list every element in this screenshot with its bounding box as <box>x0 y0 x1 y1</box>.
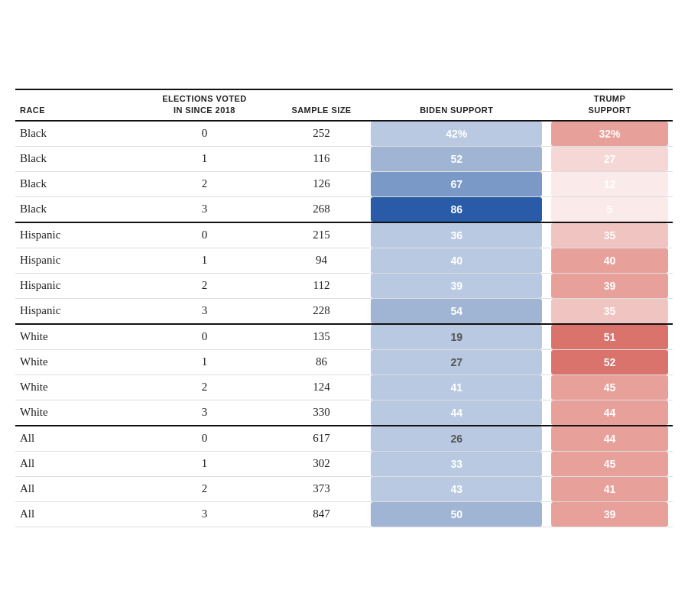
cell-biden: 40 <box>366 248 547 273</box>
table-row: White21244145 <box>15 374 673 400</box>
biden-value: 26 <box>450 433 462 445</box>
cell-elections: 2 <box>132 476 276 501</box>
cell-sample: 215 <box>277 222 367 248</box>
cell-biden: 26 <box>366 426 547 452</box>
cell-sample: 373 <box>277 476 367 501</box>
trump-value: 51 <box>604 331 616 343</box>
table-row: Hispanic02153635 <box>15 222 673 248</box>
trump-value: 45 <box>604 458 616 470</box>
trump-value: 39 <box>604 280 616 292</box>
cell-elections: 2 <box>132 374 276 400</box>
table-row: Black3268865 <box>15 196 673 222</box>
cell-elections: 0 <box>132 222 276 248</box>
trump-value: 45 <box>604 381 616 394</box>
cell-trump: 27 <box>547 146 673 171</box>
table-wrapper: RACE ELECTIONS VOTED IN SINCE 2018 SAMPL… <box>15 89 673 527</box>
cell-trump: 39 <box>547 501 673 527</box>
cell-trump: 35 <box>547 222 673 248</box>
cell-race: Hispanic <box>15 248 132 273</box>
cell-sample: 302 <box>277 451 367 476</box>
cell-biden: 50 <box>366 501 547 527</box>
cell-elections: 0 <box>132 426 276 452</box>
table-row: Black21266712 <box>15 171 673 196</box>
cell-trump: 41 <box>547 476 673 501</box>
cell-elections: 1 <box>132 349 276 374</box>
cell-race: All <box>15 426 132 452</box>
trump-value: 39 <box>604 508 616 520</box>
cell-sample: 228 <box>277 298 367 324</box>
cell-race: White <box>15 374 132 400</box>
cell-sample: 94 <box>277 248 367 273</box>
biden-value: 50 <box>450 508 462 520</box>
table-row: Black025242%32% <box>15 121 673 147</box>
cell-elections: 0 <box>132 324 276 350</box>
biden-value: 54 <box>450 305 462 317</box>
table-row: Hispanic32285435 <box>15 298 673 324</box>
cell-elections: 0 <box>132 121 276 147</box>
table-header-row: RACE ELECTIONS VOTED IN SINCE 2018 SAMPL… <box>15 89 673 121</box>
biden-value: 42% <box>446 128 467 140</box>
biden-value: 33 <box>450 458 462 470</box>
cell-biden: 27 <box>366 349 547 374</box>
cell-sample: 86 <box>277 349 367 374</box>
cell-biden: 19 <box>366 324 547 350</box>
header-elections: ELECTIONS VOTED IN SINCE 2018 <box>132 89 276 121</box>
table-row: White01351951 <box>15 324 673 350</box>
cell-sample: 124 <box>277 374 367 400</box>
biden-value: 52 <box>450 153 462 165</box>
cell-biden: 39 <box>366 273 547 298</box>
trump-value: 44 <box>604 433 616 445</box>
cell-sample: 116 <box>277 146 367 171</box>
trump-value: 35 <box>604 305 616 317</box>
cell-elections: 1 <box>132 451 276 476</box>
table-body: Black025242%32%Black11165227Black2126671… <box>15 121 673 527</box>
cell-race: White <box>15 400 132 426</box>
cell-race: All <box>15 476 132 501</box>
cell-sample: 112 <box>277 273 367 298</box>
cell-trump: 40 <box>547 248 673 273</box>
table-row: White1862752 <box>15 349 673 374</box>
cell-trump: 44 <box>547 426 673 452</box>
biden-value: 43 <box>450 483 462 495</box>
cell-race: White <box>15 324 132 350</box>
cell-race: Black <box>15 146 132 171</box>
cell-sample: 268 <box>277 196 367 222</box>
cell-trump: 45 <box>547 451 673 476</box>
header-biden: BIDEN SUPPORT <box>366 89 547 121</box>
biden-value: 86 <box>450 203 462 216</box>
trump-value: 32% <box>599 128 621 140</box>
cell-sample: 252 <box>277 121 367 147</box>
cell-biden: 33 <box>366 451 547 476</box>
trump-value: 52 <box>604 356 616 368</box>
cell-elections: 3 <box>132 501 276 527</box>
cell-sample: 617 <box>277 426 367 452</box>
cell-sample: 126 <box>277 171 367 196</box>
header-sample: SAMPLE SIZE <box>277 89 367 121</box>
table-row: White33304444 <box>15 400 673 426</box>
table-row: All06172644 <box>15 426 673 452</box>
cell-race: Black <box>15 121 132 147</box>
cell-trump: 32% <box>547 121 673 147</box>
cell-biden: 43 <box>366 476 547 501</box>
biden-value: 40 <box>450 255 462 267</box>
biden-value: 19 <box>450 331 462 343</box>
trump-value: 41 <box>604 483 616 495</box>
data-table: RACE ELECTIONS VOTED IN SINCE 2018 SAMPL… <box>15 89 673 527</box>
cell-trump: 44 <box>547 400 673 426</box>
trump-value: 40 <box>604 255 616 267</box>
cell-race: All <box>15 451 132 476</box>
trump-value: 27 <box>604 153 616 165</box>
table-row: Black11165227 <box>15 146 673 171</box>
cell-race: Hispanic <box>15 298 132 324</box>
cell-race: Black <box>15 171 132 196</box>
cell-elections: 1 <box>132 146 276 171</box>
cell-biden: 52 <box>366 146 547 171</box>
cell-race: Hispanic <box>15 222 132 248</box>
cell-sample: 330 <box>277 400 367 426</box>
trump-value: 12 <box>604 178 616 190</box>
cell-race: White <box>15 349 132 374</box>
cell-elections: 3 <box>132 400 276 426</box>
table-row: All13023345 <box>15 451 673 476</box>
cell-biden: 36 <box>366 222 547 248</box>
cell-biden: 44 <box>366 400 547 426</box>
